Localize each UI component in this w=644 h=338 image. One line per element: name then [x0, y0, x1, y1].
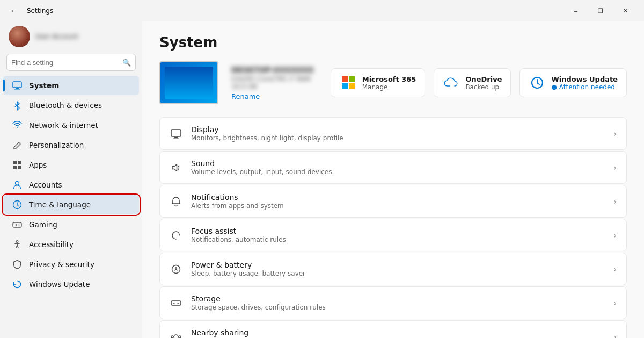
svg-rect-2: [14, 89, 20, 90]
microsoft365-title: Microsoft 365: [362, 75, 416, 83]
sidebar-item-network[interactable]: Network & internet: [3, 116, 139, 135]
sidebar-item-time-label: Time & language: [29, 200, 130, 209]
sound-icon: [170, 161, 182, 174]
setting-storage[interactable]: Storage Storage space, drives, configura…: [159, 286, 627, 319]
ms-logo-red: [342, 76, 348, 82]
display-text: Display Monitors, brightness, night ligh…: [191, 125, 605, 142]
page-title: System: [159, 34, 627, 51]
sidebar-item-bluetooth[interactable]: Bluetooth & devices: [3, 96, 139, 115]
pc-thumbnail-inner: [165, 67, 213, 99]
sidebar-item-system[interactable]: System: [3, 76, 139, 95]
notifications-desc: Alerts from apps and system: [191, 202, 605, 210]
windows-update-sub: ● Attention needed: [551, 83, 618, 91]
pc-thumbnail: [159, 61, 218, 104]
power-battery-name: Power & battery: [191, 261, 605, 269]
microsoft365-icon: [340, 74, 357, 91]
svg-point-21: [179, 336, 181, 338]
onedrive-sub: Backed up: [465, 83, 502, 91]
time-icon: [12, 199, 23, 210]
ms-logo-blue: [342, 83, 348, 89]
focus-assist-name: Focus assist: [191, 227, 605, 235]
display-icon: [170, 127, 182, 140]
sidebar-item-personalization[interactable]: Personalization: [3, 135, 139, 155]
system-header: DESKTOP-XXXXXXX Intel(R) Core(TM) i7 RAM…: [159, 61, 627, 104]
svg-point-20: [171, 336, 173, 338]
titlebar-left: ← Settings: [6, 3, 53, 18]
rename-link[interactable]: Rename: [231, 92, 318, 100]
sidebar-item-windows-update[interactable]: Windows Update: [3, 275, 139, 294]
sidebar-item-accessibility[interactable]: Accessibility: [3, 235, 139, 254]
power-battery-text: Power & battery Sleep, battery usage, ba…: [191, 261, 605, 277]
sidebar-item-accounts-label: Accounts: [29, 181, 130, 189]
sidebar-item-personalization-label: Personalization: [29, 141, 130, 149]
apps-icon: [12, 160, 23, 170]
window-controls: – ❐ ✕: [564, 2, 638, 19]
svg-point-12: [16, 241, 18, 243]
settings-list: Display Monitors, brightness, night ligh…: [159, 117, 627, 338]
sidebar-item-privacy[interactable]: Privacy & security: [3, 255, 139, 274]
setting-focus-assist[interactable]: Focus assist Notifications, automatic ru…: [159, 219, 627, 251]
svg-rect-6: [18, 166, 21, 169]
search-box[interactable]: 🔍: [6, 54, 136, 71]
nearby-sharing-name: Nearby sharing: [191, 328, 605, 337]
setting-display[interactable]: Display Monitors, brightness, night ligh…: [159, 117, 627, 150]
power-battery-chevron: ›: [613, 265, 617, 274]
pc-details: Intel(R) Core(TM) i7 RAM 16.0 GB: [231, 75, 318, 90]
close-button[interactable]: ✕: [613, 2, 638, 19]
windows-update-qa-title: Windows Update: [551, 75, 618, 83]
sound-text: Sound Volume levels, output, input, soun…: [191, 159, 605, 176]
sound-chevron: ›: [613, 163, 617, 172]
search-icon: 🔍: [122, 59, 131, 67]
restore-button[interactable]: ❐: [588, 2, 613, 19]
search-input[interactable]: [11, 59, 119, 67]
microsoft365-sub: Manage: [362, 83, 416, 91]
setting-power-battery[interactable]: Power & battery Sleep, battery usage, ba…: [159, 253, 627, 285]
sidebar-item-accounts[interactable]: Accounts: [3, 175, 139, 195]
onedrive-icon: [443, 74, 460, 91]
sidebar-item-gaming[interactable]: Gaming: [3, 215, 139, 234]
storage-desc: Storage space, drives, configuration rul…: [191, 304, 605, 311]
svg-rect-5: [13, 166, 17, 169]
onedrive-title: OneDrive: [465, 75, 502, 83]
power-battery-desc: Sleep, battery usage, battery saver: [191, 270, 605, 277]
setting-notifications[interactable]: Notifications Alerts from apps and syste…: [159, 185, 627, 218]
quick-action-windows-update[interactable]: Windows Update ● Attention needed: [519, 68, 627, 97]
windows-update-text: Windows Update ● Attention needed: [551, 75, 618, 91]
quick-action-onedrive[interactable]: OneDrive Backed up: [434, 68, 511, 97]
focus-assist-text: Focus assist Notifications, automatic ru…: [191, 227, 605, 243]
system-icon: [12, 80, 23, 91]
sidebar-item-accessibility-label: Accessibility: [29, 240, 130, 249]
sidebar-item-apps[interactable]: Apps: [3, 155, 139, 175]
svg-rect-1: [16, 88, 19, 89]
bluetooth-icon: [12, 100, 23, 111]
sidebar-item-network-label: Network & internet: [29, 121, 130, 130]
storage-icon: [170, 297, 182, 310]
pc-name: DESKTOP-XXXXXXX: [231, 66, 318, 74]
ms-logo-yellow: [349, 83, 355, 89]
sidebar-item-bluetooth-label: Bluetooth & devices: [29, 101, 130, 110]
sidebar-item-gaming-label: Gaming: [29, 220, 130, 229]
nearby-sharing-chevron: ›: [613, 333, 617, 339]
setting-sound[interactable]: Sound Volume levels, output, input, soun…: [159, 151, 627, 184]
notifications-name: Notifications: [191, 193, 605, 202]
svg-rect-15: [174, 137, 178, 138]
nearby-sharing-icon: [170, 330, 182, 339]
focus-assist-desc: Notifications, automatic rules: [191, 236, 605, 243]
pc-info: DESKTOP-XXXXXXX Intel(R) Core(TM) i7 RAM…: [231, 66, 318, 100]
quick-action-microsoft365[interactable]: Microsoft 365 Manage: [331, 68, 426, 97]
user-section: User Account: [0, 21, 142, 54]
quick-actions: Microsoft 365 Manage OneDrive Backed up: [331, 68, 627, 97]
sound-name: Sound: [191, 159, 605, 168]
sidebar-item-privacy-label: Privacy & security: [29, 260, 130, 269]
windows-update-qa-icon: [529, 74, 546, 91]
sidebar-item-time[interactable]: Time & language: [3, 195, 139, 214]
svg-rect-14: [171, 130, 181, 136]
svg-point-10: [18, 225, 19, 226]
minimize-button[interactable]: –: [564, 2, 588, 19]
back-button[interactable]: ←: [6, 3, 21, 18]
titlebar: ← Settings – ❐ ✕: [0, 0, 644, 21]
setting-nearby-sharing[interactable]: Nearby sharing Discoverability, received…: [159, 320, 627, 338]
notifications-icon: [170, 195, 182, 208]
app-title: Settings: [27, 7, 53, 15]
personalization-icon: [12, 140, 23, 150]
